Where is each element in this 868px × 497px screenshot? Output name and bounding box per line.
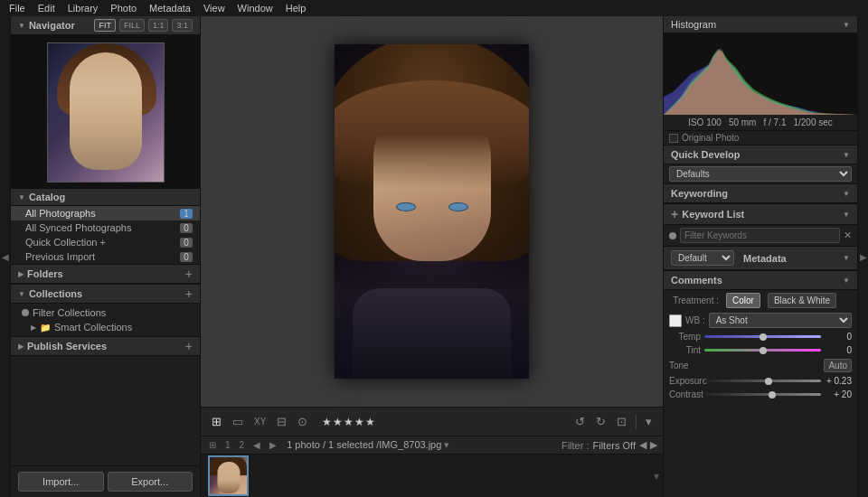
temp-label: Temp: [669, 332, 701, 342]
wb-row: WB : As Shot: [664, 311, 857, 330]
treatment-bw-btn[interactable]: Black & White: [768, 293, 836, 308]
exposure-slider[interactable]: [704, 380, 821, 382]
quick-develop-title: Quick Develop: [671, 149, 740, 160]
metadata-header[interactable]: Default Metadata ▼: [664, 246, 857, 270]
folders-header[interactable]: ▶ Folders +: [11, 265, 200, 284]
menu-help[interactable]: Help: [280, 3, 312, 14]
wb-label: WB :: [685, 315, 705, 325]
main-image-area: [201, 16, 663, 407]
filter-kw-clear[interactable]: ✕: [844, 230, 852, 241]
catalog-quick-collection[interactable]: Quick Collection + 0: [11, 235, 200, 249]
filmstrip-prev-btn[interactable]: ◀: [250, 439, 263, 451]
toolbar-arrow-btn[interactable]: ▾: [642, 413, 656, 430]
view-grid-btn[interactable]: ⊞: [208, 413, 225, 430]
smart-collections-item[interactable]: ▶ 📁 Smart Collections: [11, 320, 200, 334]
toolbar-separator: [636, 415, 637, 429]
keywording-header[interactable]: Keywording ▼: [664, 183, 857, 203]
star-5[interactable]: ★: [365, 416, 375, 428]
metadata-preset-select[interactable]: Default: [671, 250, 734, 266]
star-2[interactable]: ★: [333, 416, 343, 428]
comments-header[interactable]: Comments ▼: [664, 270, 857, 290]
export-button[interactable]: Export...: [108, 472, 193, 492]
menu-photo[interactable]: Photo: [105, 3, 142, 14]
collections-triangle: ▼: [18, 290, 25, 298]
menu-library[interactable]: Library: [62, 3, 104, 14]
filmstrip-filter: Filter : Filters Off ◀ ▶: [561, 439, 657, 451]
rotate-left-btn[interactable]: ↺: [571, 413, 589, 430]
publish-services-header[interactable]: ▶ Publish Services +: [11, 337, 200, 356]
tone-auto-btn[interactable]: Auto: [824, 359, 852, 372]
menu-window[interactable]: Window: [232, 3, 278, 14]
nav-fit-btn[interactable]: FIT: [94, 19, 116, 32]
left-panel-collapse[interactable]: ◀: [0, 16, 11, 497]
filmstrip-num2[interactable]: 2: [237, 439, 248, 451]
folders-add-btn[interactable]: +: [185, 267, 193, 280]
nav-3-1-btn[interactable]: 3:1: [172, 19, 193, 32]
import-button[interactable]: Import...: [18, 472, 104, 492]
temp-row: Temp 0: [664, 330, 857, 343]
collections-header[interactable]: ▼ Collections +: [11, 285, 200, 304]
menu-edit[interactable]: Edit: [33, 3, 61, 14]
quick-develop-triangle: ▼: [843, 151, 850, 159]
publish-add-btn[interactable]: +: [185, 340, 193, 352]
keyword-list-header[interactable]: + Keyword List ▼: [664, 203, 857, 225]
tone-label: Tone: [669, 361, 689, 370]
filmstrip-next-btn[interactable]: ▶: [267, 439, 279, 451]
star-4[interactable]: ★: [354, 416, 364, 428]
view-people-btn[interactable]: ⊙: [294, 413, 311, 430]
original-photo-row: Original Photo: [664, 131, 857, 145]
original-photo-checkbox[interactable]: [669, 134, 678, 143]
catalog-header[interactable]: ▼ Catalog: [11, 189, 200, 206]
temp-value: 0: [825, 332, 852, 342]
filmstrip-num1[interactable]: 1: [222, 439, 233, 451]
publish-services-section: ▶ Publish Services +: [11, 336, 200, 356]
wb-select[interactable]: As Shot: [709, 313, 852, 328]
quick-develop-preset[interactable]: Defaults: [669, 166, 852, 182]
filter-keyword-input[interactable]: [680, 228, 840, 243]
star-1[interactable]: ★: [322, 416, 332, 428]
keyword-list-add-btn[interactable]: +: [671, 208, 678, 220]
catalog-previous-import[interactable]: Previous Import 0: [11, 249, 200, 264]
menu-metadata[interactable]: Metadata: [144, 3, 196, 14]
filmstrip-top: ⊞ 1 2 ◀ ▶ 1 photo / 1 selected /IMG_8703…: [201, 436, 663, 455]
treatment-color-btn[interactable]: Color: [726, 293, 760, 308]
exposure-label: Exposure: [669, 376, 701, 386]
crop-btn[interactable]: ⊡: [613, 413, 630, 430]
filmstrip-back-btn[interactable]: ⊞: [206, 439, 219, 451]
quick-develop-header[interactable]: Quick Develop ▼: [664, 145, 857, 164]
catalog-all-synced[interactable]: All Synced Photographs 0: [11, 220, 200, 235]
filter-collections-item[interactable]: Filter Collections: [11, 305, 200, 320]
right-panel-collapse[interactable]: ▶: [857, 16, 868, 497]
wb-picker[interactable]: [669, 314, 682, 327]
rotate-right-btn[interactable]: ↻: [592, 413, 609, 430]
tint-row: Tint 0: [664, 343, 857, 357]
histogram-header[interactable]: Histogram ▼: [664, 16, 857, 33]
filmstrip-thumb-1[interactable]: [208, 455, 249, 496]
nav-1-1-btn[interactable]: 1:1: [148, 19, 169, 32]
menu-bar: File Edit Library Photo Metadata View Wi…: [0, 0, 868, 16]
filmstrip-source: 1 photo / 1 selected /IMG_8703.jpg ▾: [287, 439, 449, 451]
comments-title: Comments: [671, 275, 722, 286]
menu-file[interactable]: File: [4, 3, 31, 14]
tint-slider[interactable]: [704, 349, 821, 352]
catalog-all-photographs[interactable]: All Photographs 1: [11, 206, 200, 220]
filmstrip-collapse[interactable]: ▾: [654, 470, 659, 483]
contrast-slider[interactable]: [704, 393, 821, 396]
contrast-value: + 20: [825, 389, 852, 399]
temp-slider[interactable]: [704, 335, 821, 338]
menu-view[interactable]: View: [198, 3, 231, 14]
view-survey-btn[interactable]: ⊟: [273, 413, 290, 430]
star-3[interactable]: ★: [344, 416, 354, 428]
navigator-header[interactable]: ▼ Navigator FIT FILL 1:1 3:1: [11, 16, 200, 35]
keyword-list-title: Keyword List: [682, 209, 744, 220]
filter-kw-dot: [669, 232, 676, 239]
tint-label: Tint: [669, 345, 701, 355]
tone-header: Tone Auto: [664, 357, 857, 374]
collections-add-btn[interactable]: +: [185, 287, 193, 300]
quick-develop-preset-row: Defaults: [664, 164, 857, 183]
view-loupe-btn[interactable]: ▭: [229, 413, 247, 430]
center-area: ⊞ ▭ XY ⊟ ⊙ ★ ★ ★ ★ ★ ↺ ↻ ⊡ ▾ ⊞: [201, 16, 663, 497]
view-compare-btn[interactable]: XY: [250, 415, 269, 428]
nav-fill-btn[interactable]: FILL: [119, 19, 145, 32]
publish-title: Publish Services: [27, 341, 107, 352]
